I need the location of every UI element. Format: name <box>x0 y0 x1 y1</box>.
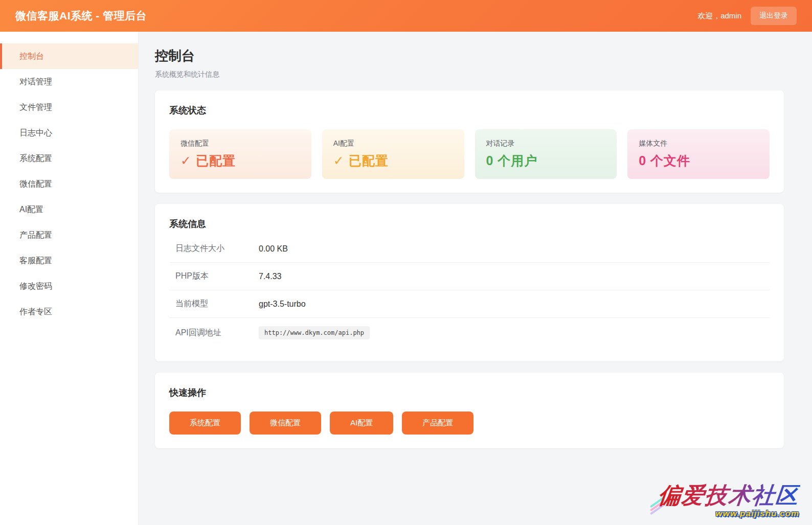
app-title: 微信客服AI系统 - 管理后台 <box>15 9 147 23</box>
status-tile-media: 媒体文件 0 个文件 <box>627 129 770 179</box>
tile-value: 0 个用户 <box>486 152 606 169</box>
sidebar-item-product-config[interactable]: 产品配置 <box>0 222 138 248</box>
quick-action-wechat-config[interactable]: 微信配置 <box>250 412 321 435</box>
sidebar-item-change-password[interactable]: 修改密码 <box>0 273 138 299</box>
system-info-card: 系统信息 日志文件大小 0.00 KB PHP版本 7.4.33 当前模型 gp… <box>155 204 784 361</box>
info-label: PHP版本 <box>175 271 259 282</box>
quick-action-ai-config[interactable]: AI配置 <box>330 412 393 435</box>
watermark-logo: 偏爱技术社区 www.paijishu.com <box>658 481 799 519</box>
sidebar-item-dashboard[interactable]: 控制台 <box>0 43 138 69</box>
main-content: 控制台 系统概览和统计信息 系统状态 微信配置 ✓ 已配置 AI配置 ✓ 已配置… <box>139 32 812 525</box>
info-value: 0.00 KB <box>259 244 288 254</box>
sidebar-item-logs[interactable]: 日志中心 <box>0 120 138 146</box>
sidebar-item-ai-config[interactable]: AI配置 <box>0 197 138 222</box>
tile-label: AI配置 <box>333 139 453 148</box>
info-row-api-callback: API回调地址 http://www.dkym.com/api.php <box>169 318 770 348</box>
system-status-card: 系统状态 微信配置 ✓ 已配置 AI配置 ✓ 已配置 对话记录 0 个用户 媒体… <box>155 90 784 193</box>
sidebar-item-conversations[interactable]: 对话管理 <box>0 69 138 95</box>
quick-actions-title: 快速操作 <box>169 386 770 399</box>
sidebar-nav: 控制台 对话管理 文件管理 日志中心 系统配置 微信配置 AI配置 产品配置 客… <box>0 32 139 525</box>
status-tile-ai: AI配置 ✓ 已配置 <box>322 129 464 179</box>
info-row-log-size: 日志文件大小 0.00 KB <box>169 235 770 263</box>
quick-action-product-config[interactable]: 产品配置 <box>402 412 473 435</box>
app-header: 微信客服AI系统 - 管理后台 欢迎，admin 退出登录 <box>0 0 812 32</box>
decoration-strokes-icon <box>649 499 666 512</box>
page-title: 控制台 <box>155 47 784 65</box>
logout-button[interactable]: 退出登录 <box>751 7 797 25</box>
tile-value: 0 个文件 <box>639 152 758 169</box>
status-tile-wechat: 微信配置 ✓ 已配置 <box>169 129 311 179</box>
tile-value: ✓ 已配置 <box>333 152 453 169</box>
sidebar-item-author-zone[interactable]: 作者专区 <box>0 299 138 325</box>
watermark-text: 偏爱技术社区 <box>657 481 801 511</box>
info-value: gpt-3.5-turbo <box>259 300 306 309</box>
sidebar-item-service-config[interactable]: 客服配置 <box>0 248 138 273</box>
info-label: 当前模型 <box>175 299 259 309</box>
system-info-title: 系统信息 <box>169 218 770 230</box>
system-status-title: 系统状态 <box>169 104 770 117</box>
quick-actions-card: 快速操作 系统配置 微信配置 AI配置 产品配置 <box>155 373 784 448</box>
tile-value: ✓ 已配置 <box>181 152 300 169</box>
info-row-php-version: PHP版本 7.4.33 <box>169 263 770 290</box>
tile-label: 微信配置 <box>181 139 300 148</box>
header-right: 欢迎，admin 退出登录 <box>697 7 797 25</box>
info-label: 日志文件大小 <box>175 243 259 254</box>
quick-action-system-config[interactable]: 系统配置 <box>169 412 241 435</box>
status-tiles: 微信配置 ✓ 已配置 AI配置 ✓ 已配置 对话记录 0 个用户 媒体文件 0 … <box>169 129 770 179</box>
api-callback-url: http://www.dkym.com/api.php <box>259 326 370 339</box>
status-tile-conversations: 对话记录 0 个用户 <box>475 129 617 179</box>
tile-label: 对话记录 <box>486 139 606 148</box>
sidebar-item-wechat-config[interactable]: 微信配置 <box>0 171 138 197</box>
info-label: API回调地址 <box>175 328 259 338</box>
quick-actions-buttons: 系统配置 微信配置 AI配置 产品配置 <box>169 412 770 435</box>
welcome-text: 欢迎，admin <box>697 11 741 21</box>
layout: 控制台 对话管理 文件管理 日志中心 系统配置 微信配置 AI配置 产品配置 客… <box>0 32 812 525</box>
sidebar-item-system-config[interactable]: 系统配置 <box>0 146 138 171</box>
page-subtitle: 系统概览和统计信息 <box>155 70 784 79</box>
info-rows: 日志文件大小 0.00 KB PHP版本 7.4.33 当前模型 gpt-3.5… <box>169 235 770 348</box>
info-value: 7.4.33 <box>259 272 281 281</box>
info-row-current-model: 当前模型 gpt-3.5-turbo <box>169 290 770 318</box>
watermark-url: www.paijishu.com <box>658 509 799 519</box>
sidebar-item-files[interactable]: 文件管理 <box>0 95 138 120</box>
tile-label: 媒体文件 <box>639 139 758 148</box>
